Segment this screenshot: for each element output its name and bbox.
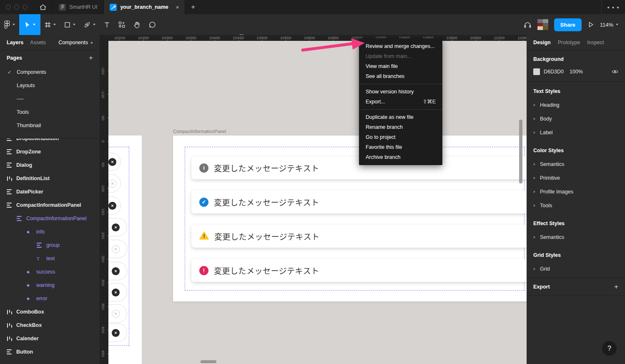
menu-item[interactable]: View main file <box>359 61 442 71</box>
zoom-level-control[interactable]: 114% <box>600 22 618 28</box>
home-button[interactable] <box>33 0 53 14</box>
layer-row[interactable]: Calender <box>0 332 100 345</box>
layer-row[interactable]: DatePicker <box>0 185 100 198</box>
layer-row[interactable]: DefinitionList <box>0 172 100 185</box>
menu-item[interactable]: Export...⇧⌘E <box>359 97 442 107</box>
chip-component-frame[interactable]: ××××××××× <box>108 136 142 364</box>
style-item-label[interactable]: Label <box>527 126 625 139</box>
layer-row[interactable]: DropdownButton <box>0 138 100 145</box>
style-item-semantics[interactable]: Semantics <box>527 157 625 171</box>
page-row-tools[interactable]: Tools <box>0 105 100 119</box>
chip-remove-button[interactable]: × <box>112 223 120 231</box>
pen-tool-button[interactable] <box>80 14 100 35</box>
resources-tool-button[interactable] <box>114 14 129 35</box>
add-page-button[interactable]: + <box>89 54 93 62</box>
chip-remove-button[interactable]: × <box>112 329 120 337</box>
menu-item[interactable]: Duplicate as new file <box>359 112 442 122</box>
color-swatch[interactable] <box>533 68 540 75</box>
message-card-success[interactable]: ✓変更したメッセージテキスト <box>191 191 527 213</box>
layer-row[interactable]: CompactInformationPanel <box>0 212 100 225</box>
layer-row[interactable]: CheckBox <box>0 319 100 332</box>
tab-inspect[interactable]: Inspect <box>587 40 604 45</box>
tab-your-branch-name[interactable]: your_branch_name × <box>103 0 185 14</box>
horizontal-scrollbar[interactable] <box>201 360 216 363</box>
move-tool-button[interactable] <box>19 14 40 35</box>
chip-remove-button[interactable]: × <box>112 267 120 275</box>
layer-row[interactable]: Button <box>0 345 100 359</box>
chip-remove-button[interactable]: × <box>112 245 120 253</box>
layer-row[interactable]: ◆info <box>0 225 100 238</box>
style-item-heading[interactable]: Heading <box>527 98 625 112</box>
page-row-----[interactable]: ---- <box>0 92 100 105</box>
window-menu-button[interactable]: • • • <box>602 4 625 11</box>
ruler-number: 350 <box>101 303 105 310</box>
hand-tool-button[interactable] <box>129 14 145 35</box>
menu-item[interactable]: See all branches <box>359 71 442 81</box>
layer-row[interactable]: CompactInformationPanel <box>0 198 100 212</box>
style-item-semantics[interactable]: Semantics <box>527 230 625 244</box>
zoom-level-value: 114% <box>600 22 613 28</box>
ruler-tick <box>476 40 476 41</box>
chip-remove-button[interactable]: × <box>108 202 116 210</box>
menu-item[interactable]: Favorite this file <box>359 142 442 152</box>
tab-layers[interactable]: Layers <box>7 40 23 45</box>
frame-title-label[interactable]: CompactInformationPanel <box>173 129 226 134</box>
present-play-icon[interactable] <box>587 21 594 28</box>
menu-item[interactable]: Archive branch <box>359 152 442 162</box>
components-mode-dropdown[interactable]: Components <box>58 40 93 45</box>
main-menu-button[interactable] <box>0 14 19 35</box>
compact-information-panel-frame[interactable]: i変更したメッセージテキスト✓変更したメッセージテキスト!変更したメッセージテキ… <box>173 136 527 301</box>
minimize-window-icon[interactable] <box>14 5 19 10</box>
text-tool-button[interactable] <box>100 14 114 35</box>
layer-row[interactable]: Ttext <box>0 252 100 265</box>
menu-item[interactable]: Review and merge changes... <box>359 41 442 51</box>
zoom-window-icon[interactable] <box>23 5 28 10</box>
layer-row[interactable]: ◆warning <box>0 279 100 292</box>
tab-assets[interactable]: Assets <box>30 40 46 45</box>
tab-prototype[interactable]: Prototype <box>558 40 580 45</box>
layer-row[interactable]: Dialog <box>0 158 100 172</box>
background-opacity-value[interactable]: 100% <box>570 69 583 75</box>
help-button[interactable]: ? <box>602 341 617 356</box>
background-hex-value[interactable]: D6D3D0 <box>544 69 570 75</box>
close-tab-icon[interactable]: × <box>176 4 179 10</box>
window-controls[interactable] <box>0 0 33 14</box>
layer-row[interactable]: ComboBox <box>0 305 100 319</box>
style-item-grid[interactable]: Grid <box>527 262 625 276</box>
style-item-body[interactable]: Body <box>527 112 625 126</box>
style-item-primitive[interactable]: Primitive <box>527 171 625 185</box>
layer-row[interactable]: DropZone <box>0 145 100 158</box>
page-row-components[interactable]: ✓Components <box>0 65 100 79</box>
vertical-scrollbar[interactable] <box>519 120 522 183</box>
chip-remove-button[interactable]: × <box>108 180 116 188</box>
audio-headphones-icon[interactable] <box>524 21 532 28</box>
visibility-toggle[interactable] <box>612 69 618 74</box>
layer-row[interactable]: ◆success <box>0 265 100 279</box>
shape-tool-button[interactable] <box>60 14 80 35</box>
page-row-layouts[interactable]: Layouts <box>0 79 100 92</box>
close-window-icon[interactable] <box>6 5 11 10</box>
canvas[interactable]: 1020010250103001035010400104501050010550… <box>100 35 527 364</box>
style-item-tools[interactable]: Tools <box>527 198 625 212</box>
layer-row[interactable]: ◆error <box>0 292 100 305</box>
user-avatar[interactable] <box>537 19 548 30</box>
tab-design[interactable]: Design <box>533 40 551 45</box>
frame-tool-button[interactable] <box>40 14 60 35</box>
share-button[interactable]: Share <box>554 18 582 31</box>
layer-row[interactable]: group <box>0 238 100 252</box>
new-tab-button[interactable]: + <box>185 0 201 14</box>
message-card-warning[interactable]: !変更したメッセージテキスト <box>191 225 527 248</box>
menu-item-shortcut: ⇧⌘E <box>423 98 436 105</box>
menu-item[interactable]: Go to project <box>359 132 442 142</box>
chip-remove-button[interactable]: × <box>108 158 116 166</box>
chip-remove-button[interactable]: × <box>112 289 120 296</box>
add-export-button[interactable]: + <box>614 283 618 291</box>
menu-item[interactable]: Show version history <box>359 87 442 97</box>
comment-tool-button[interactable] <box>145 14 160 35</box>
message-card-error[interactable]: !変更したメッセージテキスト <box>191 259 527 282</box>
style-item-profile-images[interactable]: Profile Images <box>527 185 625 198</box>
menu-item[interactable]: Rename branch <box>359 122 442 132</box>
tab-smarthr-ui[interactable]: SmartHR UI <box>53 0 103 14</box>
page-row-thumbnail[interactable]: Thumbnail <box>0 119 100 132</box>
chip-remove-button[interactable]: × <box>112 310 120 318</box>
